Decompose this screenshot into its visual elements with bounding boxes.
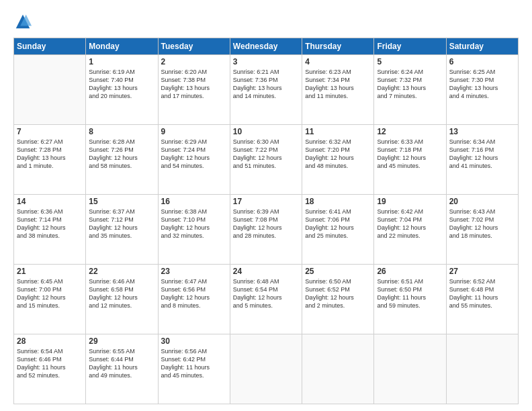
day-cell: 1Sunrise: 6:19 AM Sunset: 7:40 PM Daylig… — [86, 55, 158, 125]
day-cell: 22Sunrise: 6:46 AM Sunset: 6:58 PM Dayli… — [86, 265, 158, 334]
day-number: 11 — [305, 127, 371, 136]
day-cell: 15Sunrise: 6:37 AM Sunset: 7:12 PM Dayli… — [86, 195, 158, 265]
day-cell: 11Sunrise: 6:32 AM Sunset: 7:20 PM Dayli… — [302, 125, 374, 195]
day-info: Sunrise: 6:27 AM Sunset: 7:28 PM Dayligh… — [17, 138, 83, 171]
day-cell: 4Sunrise: 6:23 AM Sunset: 7:34 PM Daylig… — [302, 55, 374, 125]
day-cell: 14Sunrise: 6:36 AM Sunset: 7:14 PM Dayli… — [14, 195, 86, 265]
day-number: 16 — [161, 197, 227, 206]
day-info: Sunrise: 6:37 AM Sunset: 7:12 PM Dayligh… — [89, 208, 154, 240]
day-cell: 13Sunrise: 6:34 AM Sunset: 7:16 PM Dayli… — [446, 125, 518, 195]
day-number: 19 — [377, 197, 443, 206]
day-info: Sunrise: 6:45 AM Sunset: 7:00 PM Dayligh… — [17, 277, 83, 310]
calendar-body: 1Sunrise: 6:19 AM Sunset: 7:40 PM Daylig… — [14, 55, 519, 404]
day-info: Sunrise: 6:54 AM Sunset: 6:46 PM Dayligh… — [17, 347, 83, 380]
day-info: Sunrise: 6:36 AM Sunset: 7:14 PM Dayligh… — [17, 208, 83, 240]
day-number: 23 — [161, 267, 227, 276]
day-number: 9 — [161, 127, 227, 136]
weekday-header: Thursday — [302, 38, 374, 55]
day-cell: 29Sunrise: 6:55 AM Sunset: 6:44 PM Dayli… — [86, 334, 158, 404]
week-row: 28Sunrise: 6:54 AM Sunset: 6:46 PM Dayli… — [14, 334, 519, 404]
day-cell: 3Sunrise: 6:21 AM Sunset: 7:36 PM Daylig… — [230, 55, 302, 125]
day-info: Sunrise: 6:55 AM Sunset: 6:44 PM Dayligh… — [89, 347, 154, 380]
day-number: 28 — [17, 336, 83, 346]
day-cell: 27Sunrise: 6:52 AM Sunset: 6:48 PM Dayli… — [446, 265, 518, 334]
day-info: Sunrise: 6:34 AM Sunset: 7:16 PM Dayligh… — [449, 138, 515, 171]
day-cell — [14, 55, 86, 125]
logo — [13, 12, 35, 31]
day-info: Sunrise: 6:32 AM Sunset: 7:20 PM Dayligh… — [305, 138, 371, 171]
day-cell: 2Sunrise: 6:20 AM Sunset: 7:38 PM Daylig… — [158, 55, 230, 125]
day-number: 10 — [233, 127, 299, 136]
day-cell: 6Sunrise: 6:25 AM Sunset: 7:30 PM Daylig… — [446, 55, 518, 125]
logo-icon — [13, 12, 32, 31]
day-info: Sunrise: 6:29 AM Sunset: 7:24 PM Dayligh… — [161, 138, 227, 171]
weekday-header: Friday — [374, 38, 446, 55]
day-cell: 21Sunrise: 6:45 AM Sunset: 7:00 PM Dayli… — [14, 265, 86, 334]
day-cell — [446, 334, 518, 404]
day-number: 4 — [305, 57, 371, 66]
day-number: 5 — [377, 57, 443, 66]
weekday-header: Wednesday — [230, 38, 302, 55]
day-cell: 23Sunrise: 6:47 AM Sunset: 6:56 PM Dayli… — [158, 265, 230, 334]
day-cell: 5Sunrise: 6:24 AM Sunset: 7:32 PM Daylig… — [374, 55, 446, 125]
day-info: Sunrise: 6:56 AM Sunset: 6:42 PM Dayligh… — [161, 347, 227, 380]
day-cell: 9Sunrise: 6:29 AM Sunset: 7:24 PM Daylig… — [158, 125, 230, 195]
day-cell: 10Sunrise: 6:30 AM Sunset: 7:22 PM Dayli… — [230, 125, 302, 195]
day-info: Sunrise: 6:51 AM Sunset: 6:50 PM Dayligh… — [377, 277, 443, 310]
day-number: 27 — [449, 267, 515, 276]
day-number: 24 — [233, 267, 299, 276]
day-number: 6 — [449, 57, 515, 66]
day-number: 7 — [17, 127, 83, 136]
day-info: Sunrise: 6:21 AM Sunset: 7:36 PM Dayligh… — [233, 68, 299, 101]
week-row: 14Sunrise: 6:36 AM Sunset: 7:14 PM Dayli… — [14, 195, 519, 265]
calendar-header: SundayMondayTuesdayWednesdayThursdayFrid… — [14, 38, 519, 55]
week-row: 21Sunrise: 6:45 AM Sunset: 7:00 PM Dayli… — [14, 265, 519, 334]
day-number: 17 — [233, 197, 299, 206]
day-info: Sunrise: 6:46 AM Sunset: 6:58 PM Dayligh… — [89, 277, 154, 310]
weekday-header: Saturday — [446, 38, 518, 55]
day-number: 12 — [377, 127, 443, 136]
day-cell: 25Sunrise: 6:50 AM Sunset: 6:52 PM Dayli… — [302, 265, 374, 334]
day-number: 22 — [89, 267, 154, 276]
weekday-header: Tuesday — [158, 38, 230, 55]
calendar: SundayMondayTuesdayWednesdayThursdayFrid… — [13, 38, 519, 404]
day-info: Sunrise: 6:52 AM Sunset: 6:48 PM Dayligh… — [449, 277, 515, 310]
day-info: Sunrise: 6:24 AM Sunset: 7:32 PM Dayligh… — [377, 68, 443, 101]
day-info: Sunrise: 6:20 AM Sunset: 7:38 PM Dayligh… — [161, 68, 227, 101]
day-info: Sunrise: 6:41 AM Sunset: 7:06 PM Dayligh… — [305, 208, 371, 240]
day-info: Sunrise: 6:25 AM Sunset: 7:30 PM Dayligh… — [449, 68, 515, 101]
day-info: Sunrise: 6:30 AM Sunset: 7:22 PM Dayligh… — [233, 138, 299, 171]
day-number: 21 — [17, 267, 83, 276]
day-number: 20 — [449, 197, 515, 206]
weekday-header: Monday — [86, 38, 158, 55]
day-number: 3 — [233, 57, 299, 66]
day-cell: 7Sunrise: 6:27 AM Sunset: 7:28 PM Daylig… — [14, 125, 86, 195]
day-cell: 20Sunrise: 6:43 AM Sunset: 7:02 PM Dayli… — [446, 195, 518, 265]
day-cell: 12Sunrise: 6:33 AM Sunset: 7:18 PM Dayli… — [374, 125, 446, 195]
day-cell: 24Sunrise: 6:48 AM Sunset: 6:54 PM Dayli… — [230, 265, 302, 334]
day-info: Sunrise: 6:33 AM Sunset: 7:18 PM Dayligh… — [377, 138, 443, 171]
day-cell: 16Sunrise: 6:38 AM Sunset: 7:10 PM Dayli… — [158, 195, 230, 265]
day-cell — [302, 334, 374, 404]
day-number: 13 — [449, 127, 515, 136]
day-number: 2 — [161, 57, 227, 66]
week-row: 7Sunrise: 6:27 AM Sunset: 7:28 PM Daylig… — [14, 125, 519, 195]
weekday-header: Sunday — [14, 38, 86, 55]
week-row: 1Sunrise: 6:19 AM Sunset: 7:40 PM Daylig… — [14, 55, 519, 125]
day-number: 1 — [89, 57, 154, 66]
page: SundayMondayTuesdayWednesdayThursdayFrid… — [0, 0, 532, 411]
day-cell — [374, 334, 446, 404]
day-cell: 19Sunrise: 6:42 AM Sunset: 7:04 PM Dayli… — [374, 195, 446, 265]
day-cell: 30Sunrise: 6:56 AM Sunset: 6:42 PM Dayli… — [158, 334, 230, 404]
day-info: Sunrise: 6:47 AM Sunset: 6:56 PM Dayligh… — [161, 277, 227, 310]
header — [13, 12, 519, 31]
day-info: Sunrise: 6:48 AM Sunset: 6:54 PM Dayligh… — [233, 277, 299, 310]
day-info: Sunrise: 6:43 AM Sunset: 7:02 PM Dayligh… — [449, 208, 515, 240]
day-info: Sunrise: 6:28 AM Sunset: 7:26 PM Dayligh… — [89, 138, 154, 171]
day-info: Sunrise: 6:50 AM Sunset: 6:52 PM Dayligh… — [305, 277, 371, 310]
day-info: Sunrise: 6:38 AM Sunset: 7:10 PM Dayligh… — [161, 208, 227, 240]
day-cell — [230, 334, 302, 404]
day-info: Sunrise: 6:39 AM Sunset: 7:08 PM Dayligh… — [233, 208, 299, 240]
day-number: 29 — [89, 336, 154, 346]
day-cell: 18Sunrise: 6:41 AM Sunset: 7:06 PM Dayli… — [302, 195, 374, 265]
